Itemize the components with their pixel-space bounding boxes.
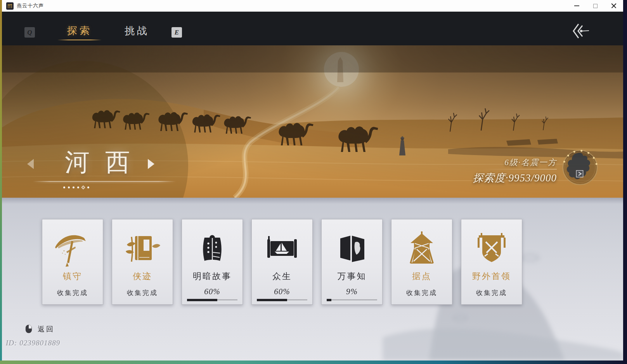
collection-panel: 镇守 收集完成 侠迹 [2, 198, 623, 361]
minimize-icon [574, 5, 579, 6]
region-map-medallion[interactable] [561, 149, 599, 186]
player-id: ID: 0239801889 [6, 339, 60, 347]
app-logo-icon [6, 2, 14, 10]
card-wanshizhi[interactable]: 万事知 9% [321, 219, 383, 305]
double-chevron-left-icon [570, 22, 590, 40]
progress-bar [187, 299, 237, 300]
page-dot-active [81, 185, 85, 189]
collection-cards-row: 镇守 收集完成 侠迹 [42, 219, 522, 305]
desktop-background-right [623, 0, 627, 364]
key-hint-q: Q [24, 27, 35, 38]
card-yewaishouling[interactable]: 野外首领 收集完成 [461, 219, 522, 305]
window-controls [567, 0, 623, 12]
maximize-button[interactable] [586, 0, 604, 12]
page-dot [68, 186, 70, 188]
page-dot [63, 186, 65, 188]
mouse-right-click-icon [25, 324, 32, 334]
exploration-progress-text: 探索度·9953/9000 [473, 171, 557, 185]
card-percentage: 60% [204, 287, 220, 297]
expand-map-button[interactable] [576, 171, 583, 177]
window-title: 燕云十六声 [17, 2, 44, 9]
progress-bar [257, 299, 307, 300]
region-divider-line2 [33, 183, 176, 183]
card-title: 明暗故事 [193, 271, 232, 282]
back-control[interactable]: 返回 [25, 324, 55, 334]
desktop-background-bottom [0, 361, 627, 364]
folding-screen-icon [333, 228, 371, 270]
card-mingangushi[interactable]: 明暗故事 60% [182, 219, 243, 305]
card-xiaji[interactable]: 侠迹 收集完成 [112, 219, 173, 305]
region-page-indicator [63, 185, 89, 190]
card-percentage: 9% [346, 287, 358, 297]
page-dot [77, 186, 79, 188]
region-hero-panel: 河西 6级·名震一方 探索度·9953/9000 [2, 45, 623, 198]
card-zhongsheng[interactable]: 众生 60% [251, 219, 313, 305]
book-bamboo-icon [123, 228, 162, 270]
title-bar: 燕云十六声 [2, 0, 623, 12]
top-nav: Q 探索 挑战 E [2, 12, 623, 45]
page-dot [73, 186, 74, 188]
card-status: 收集完成 [57, 288, 88, 297]
game-window: 燕云十六声 Q 探索 挑战 E [2, 0, 623, 361]
progress-bar [327, 299, 377, 300]
banner-icon [472, 228, 511, 270]
card-title: 众生 [272, 271, 292, 282]
card-judian[interactable]: 据点 收集完成 [391, 219, 452, 305]
next-region-arrow[interactable] [148, 159, 154, 169]
watchtower-icon [402, 228, 441, 270]
bell-icon [193, 228, 232, 270]
region-level-text: 6级·名震一方 [504, 157, 557, 168]
card-zhenshou[interactable]: 镇守 收集完成 [42, 219, 103, 305]
card-status: 收集完成 [406, 288, 437, 297]
progress-fill [257, 299, 287, 301]
card-title: 镇守 [63, 271, 82, 282]
prev-region-arrow[interactable] [27, 159, 34, 169]
parasol-icon [53, 228, 92, 270]
close-button[interactable] [604, 0, 623, 12]
maximize-icon [593, 4, 598, 8]
close-icon [611, 3, 617, 9]
page-dot [87, 186, 89, 188]
card-status: 收集完成 [476, 288, 507, 297]
region-divider-line [33, 181, 176, 182]
card-status: 收集完成 [127, 288, 158, 297]
card-title: 万事知 [338, 271, 367, 282]
back-label: 返回 [38, 324, 55, 334]
tab-explore[interactable]: 探索 [60, 24, 99, 38]
progress-fill [327, 299, 331, 301]
key-hint-e: E [171, 27, 182, 38]
card-percentage: 60% [274, 287, 290, 297]
collapse-panel-button[interactable] [570, 22, 590, 40]
progress-fill [187, 299, 217, 301]
active-tab-underline [57, 40, 102, 40]
card-title: 侠迹 [133, 271, 152, 282]
region-name: 河西 [65, 145, 145, 179]
card-title: 据点 [412, 271, 431, 282]
scroll-boat-icon [263, 228, 301, 270]
card-title: 野外首领 [472, 271, 511, 282]
level-divider-line [481, 169, 557, 169]
tab-challenge[interactable]: 挑战 [118, 24, 156, 38]
minimize-button[interactable] [567, 0, 586, 12]
